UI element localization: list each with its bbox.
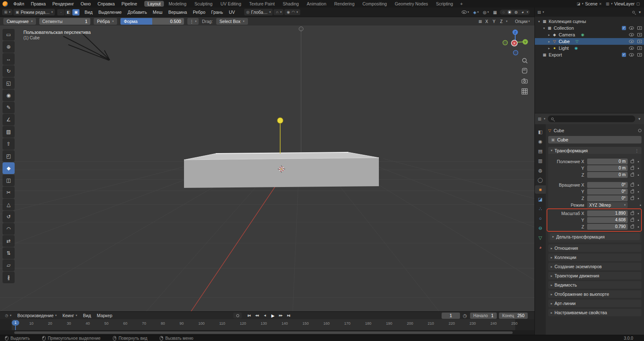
outliner-editor-icon[interactable]: ▤ [537, 10, 541, 14]
navigation-gizmo[interactable]: Z Y X [503, 30, 528, 55]
tab-layout[interactable]: Layout [144, 1, 164, 7]
tool-inset-faces[interactable]: ◰ [3, 150, 15, 162]
bevel-offset-dropdown[interactable]: Смещение ▾ [3, 18, 36, 25]
animate-dot-icon[interactable] [638, 161, 639, 162]
hide-eye-icon[interactable] [629, 46, 634, 50]
number-field[interactable]: 1.890 [587, 210, 628, 216]
expander-icon[interactable]: ▸ [547, 33, 552, 37]
animate-dot-icon[interactable] [638, 198, 639, 199]
tab-physics[interactable]: ○ [535, 214, 546, 223]
tab-animation[interactable]: Animation [304, 1, 330, 7]
mode-dropdown[interactable]: ▣ Режим реда… ▾ [13, 9, 55, 15]
menu-timeline-view[interactable]: Вид [81, 313, 94, 318]
disable-render-icon[interactable] [637, 40, 642, 43]
animate-dot-icon[interactable] [638, 174, 639, 176]
tool-extrude-region[interactable]: ⇧ [3, 138, 15, 150]
tool-annotate[interactable]: ✎ [3, 102, 15, 113]
expander-icon[interactable]: ▾ [537, 20, 542, 23]
hide-eye-icon[interactable] [629, 40, 634, 43]
section-viewport-display[interactable]: ▸ Отображение во вьюпорте [548, 290, 641, 298]
edges-dropdown[interactable]: Рёбра ▾ [94, 18, 117, 25]
cube-object[interactable] [184, 152, 379, 188]
number-field[interactable]: 0.790 [587, 224, 628, 230]
tab-rendering[interactable]: Rendering [331, 1, 358, 7]
tool-loop-cut[interactable]: ◫ [3, 174, 15, 186]
filter-icon[interactable]: ▼ [638, 10, 641, 14]
tool-bevel[interactable]: ◆ [3, 162, 15, 174]
tab-sculpting[interactable]: Sculpting [191, 1, 216, 7]
tab-constraints[interactable]: ⊖ [535, 224, 546, 232]
frame-start-field[interactable]: Начало 1 [470, 313, 497, 319]
animate-dot-icon[interactable] [638, 213, 639, 214]
lock-icon[interactable] [631, 219, 634, 222]
current-frame-indicator[interactable]: 1 [12, 320, 19, 326]
tab-world[interactable]: ◯ [535, 176, 546, 184]
tab-material[interactable]: ◕ [535, 243, 546, 251]
toggle-ortho-button[interactable] [522, 89, 527, 94]
segments-field[interactable]: Сегменты 1 [39, 18, 90, 25]
disable-render-icon[interactable] [637, 33, 642, 36]
hide-eye-icon[interactable] [629, 26, 634, 30]
menu-window[interactable]: Окно [78, 1, 94, 7]
tool-move[interactable]: ↔ [3, 53, 15, 65]
expander-icon[interactable]: ▸ [547, 46, 552, 50]
menu-keying[interactable]: Кеинг ▾ [60, 313, 80, 318]
visibility-dropdown[interactable]: ▾ [460, 10, 470, 14]
menu-pipeline[interactable]: Pipeline [118, 1, 140, 7]
tab-uv-editing[interactable]: UV Editing [217, 1, 245, 7]
hide-eye-icon[interactable] [629, 33, 634, 36]
add-workspace-button[interactable]: + [457, 1, 465, 6]
animate-dot-icon[interactable] [638, 220, 639, 221]
tab-scripting[interactable]: Scripting [432, 1, 456, 7]
tool-knife[interactable]: ✂ [3, 187, 15, 198]
move-view-button[interactable] [522, 68, 527, 73]
outliner-row-scene-collection[interactable]: ▾ ▦ Коллекция сцены [535, 18, 644, 25]
scene-selector[interactable]: ◪ ▾ Scene × [577, 1, 602, 6]
tab-modifiers[interactable]: ◪ [535, 195, 546, 203]
shape-slider[interactable]: Форма 0.500 [120, 18, 184, 25]
tab-object-data[interactable]: ▽ [535, 233, 546, 242]
rotation-mode-dropdown[interactable]: XYZ Эйлер ▾ [587, 202, 628, 208]
shading-rendered[interactable]: ◕ [521, 10, 524, 14]
horizontal-scrollbar[interactable] [14, 331, 513, 334]
number-field[interactable]: 4.608 [587, 217, 628, 223]
tab-geometry-nodes[interactable]: Geometry Nodes [391, 1, 431, 7]
tab-compositing[interactable]: Compositing [359, 1, 390, 7]
vertex-select-mode[interactable]: ∙ [57, 9, 64, 15]
tool-shrink-fatten[interactable]: ⇅ [3, 247, 15, 259]
tab-tool-props[interactable]: ◧ [535, 128, 546, 136]
menu-vertex[interactable]: Вершина [166, 9, 190, 15]
timeline-editor-button[interactable]: ◷ ▾ [3, 313, 14, 318]
outliner-row-collection[interactable]: ▾ ▦ Collection [535, 25, 644, 31]
lock-icon[interactable] [631, 167, 634, 170]
section-visibility[interactable]: ▸ Видимость [548, 281, 641, 289]
search-icon[interactable] [632, 11, 635, 13]
tool-poly-build[interactable]: △ [3, 199, 15, 210]
expander-icon[interactable]: ▸ [547, 40, 552, 44]
animate-dot-icon[interactable] [638, 185, 639, 186]
gizmo-toggle[interactable]: ◈ ▾ [472, 10, 480, 15]
outliner-row-cube[interactable]: ▸ ▽ Cube ▽ [535, 38, 644, 45]
lock-icon[interactable] [631, 226, 634, 228]
outliner-row-export[interactable]: ▦ Export [535, 51, 644, 58]
shading-material[interactable]: ◍ [514, 10, 519, 14]
current-frame-field[interactable]: 1 [442, 313, 460, 319]
menu-select[interactable]: Выделение [96, 9, 124, 15]
tool-add-cube[interactable]: ▧ [3, 126, 15, 138]
tool-transform[interactable]: ◉ [3, 90, 15, 101]
animate-dot-icon[interactable] [638, 226, 639, 228]
scene-unlink-button[interactable]: × [599, 2, 602, 6]
tool-edge-slide[interactable]: ⇄ [3, 235, 15, 247]
tool-smooth[interactable]: ◠ [3, 223, 15, 235]
transform-panel-header[interactable]: ▾ Трансформация ⋮ [548, 147, 641, 154]
expander-icon[interactable]: ▾ [542, 26, 547, 30]
tool-rip-region[interactable]: ∦ [3, 272, 15, 283]
collection-checkbox[interactable] [622, 26, 626, 30]
menu-uv[interactable]: UV [226, 9, 238, 15]
tool-spin[interactable]: ↺ [3, 211, 15, 223]
menu-playback[interactable]: Воспроизведение ▾ [15, 313, 59, 318]
lock-icon[interactable] [631, 184, 634, 187]
camera-view-button[interactable] [522, 79, 527, 84]
tab-shading[interactable]: Shading [279, 1, 302, 7]
menu-edit[interactable]: Правка [28, 1, 49, 7]
